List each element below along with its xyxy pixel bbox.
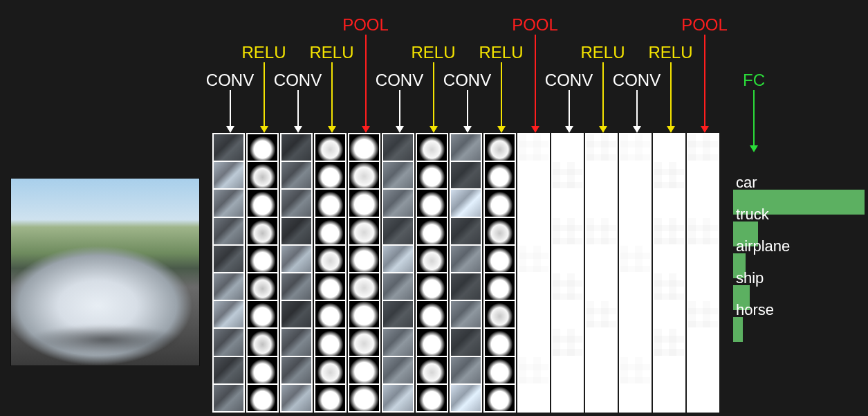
activation-tile: [417, 162, 447, 188]
activation-tile: [519, 246, 548, 272]
activation-tile: [214, 301, 243, 327]
activation-tile: [485, 273, 515, 300]
activation-column: [585, 133, 618, 413]
activation-tile: [688, 162, 718, 188]
activation-tile: [519, 357, 548, 383]
activation-tile: [485, 134, 515, 161]
pool-label: POOL: [670, 15, 739, 35]
activation-tile: [451, 162, 481, 188]
activation-tile: [417, 134, 447, 161]
activation-tile: [214, 385, 243, 411]
activation-tile: [417, 273, 447, 300]
activation-tile: [315, 385, 345, 411]
input-image: [11, 179, 199, 365]
activation-tile: [620, 329, 650, 355]
activation-tile: [587, 273, 616, 300]
activation-column: [551, 133, 584, 413]
activation-tile: [281, 162, 311, 188]
activation-tile: [620, 246, 650, 272]
activation-tile: [281, 134, 311, 161]
activation-tile: [654, 162, 684, 188]
activation-tile: [315, 273, 345, 300]
activation-tile: [281, 218, 311, 244]
activation-tile: [383, 273, 413, 300]
class-label: airplane: [736, 239, 790, 254]
activation-tile: [349, 134, 379, 161]
activation-tile: [349, 329, 379, 355]
activation-tile: [587, 162, 616, 188]
activation-tile: [451, 357, 481, 383]
activation-tile: [519, 329, 548, 355]
activation-tile: [315, 162, 345, 188]
activation-tile: [620, 273, 650, 300]
activation-tile: [349, 190, 379, 216]
activation-column: [653, 133, 685, 413]
activation-tile: [349, 162, 379, 188]
activation-tile: [553, 385, 582, 411]
activation-tile: [315, 301, 345, 327]
activation-tile: [654, 218, 684, 244]
pool-label: POOL: [331, 15, 400, 35]
activation-tile: [485, 357, 515, 383]
activation-tile: [248, 301, 277, 327]
activation-tile: [654, 190, 684, 216]
activation-tile: [620, 218, 650, 244]
activation-tile: [349, 385, 379, 411]
class-label: horse: [736, 302, 774, 318]
activation-tile: [417, 357, 447, 383]
activation-tile: [248, 218, 277, 244]
activation-tile: [654, 246, 684, 272]
activation-tile: [519, 301, 548, 327]
activation-tile: [688, 190, 718, 216]
activation-tile: [553, 329, 582, 355]
activation-tile: [417, 190, 447, 216]
activation-tile: [451, 385, 481, 411]
activation-tile: [281, 246, 311, 272]
activation-tile: [587, 218, 616, 244]
activation-tile: [688, 357, 718, 383]
arrow-down-icon: [733, 90, 775, 152]
activation-tile: [620, 301, 650, 327]
activation-tile: [519, 273, 548, 300]
activation-tile: [281, 329, 311, 355]
activation-tile: [620, 162, 650, 188]
activation-tile: [383, 329, 413, 355]
activation-tile: [214, 329, 243, 355]
activation-tile: [383, 357, 413, 383]
activation-tile: [620, 357, 650, 383]
activation-tile: [349, 357, 379, 383]
activation-tile: [553, 134, 582, 161]
class-bar: [733, 317, 743, 342]
activation-tile: [451, 273, 481, 300]
activation-tile: [349, 301, 379, 327]
activation-columns: [212, 133, 728, 413]
activation-tile: [688, 301, 718, 327]
activation-tile: [587, 246, 616, 272]
activation-tile: [248, 162, 277, 188]
activation-tile: [519, 385, 548, 411]
activation-tile: [281, 385, 311, 411]
activation-tile: [248, 134, 277, 161]
activation-tile: [654, 301, 684, 327]
activation-tile: [214, 190, 243, 216]
activation-tile: [281, 273, 311, 300]
activation-tile: [485, 246, 515, 272]
activation-tile: [349, 218, 379, 244]
activation-tile: [519, 134, 548, 161]
activation-tile: [417, 246, 447, 272]
activation-tile: [688, 273, 718, 300]
activation-tile: [688, 329, 718, 355]
activation-tile: [519, 162, 548, 188]
activation-tile: [248, 385, 277, 411]
activation-tile: [587, 301, 616, 327]
activation-tile: [620, 134, 650, 161]
activation-tile: [587, 134, 616, 161]
activation-tile: [214, 273, 243, 300]
activation-tile: [620, 190, 650, 216]
activation-tile: [485, 218, 515, 244]
activation-tile: [417, 218, 447, 244]
activation-tile: [485, 329, 515, 355]
activation-column: [212, 133, 245, 413]
pool-label: POOL: [501, 15, 570, 35]
activation-tile: [383, 246, 413, 272]
